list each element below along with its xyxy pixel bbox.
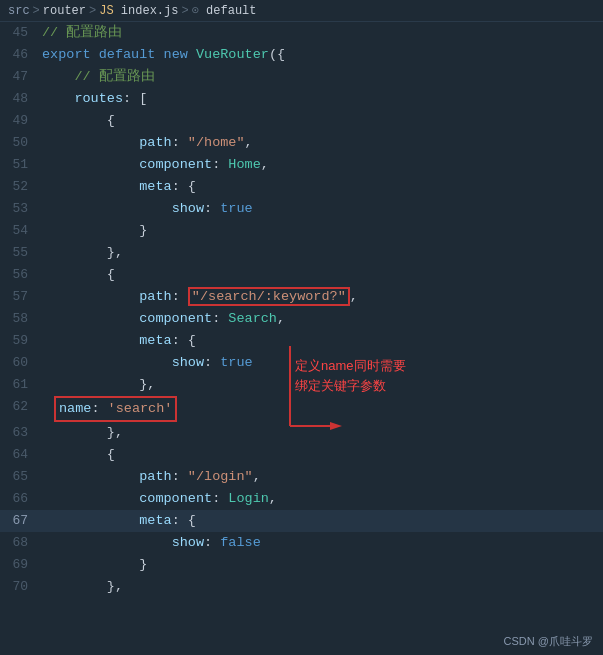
line-number: 45 <box>0 22 38 44</box>
line-content: component: Login, <box>38 488 603 510</box>
line-number: 46 <box>0 44 38 66</box>
line-content: { <box>38 444 603 466</box>
line-number: 52 <box>0 176 38 198</box>
code-line-64: 64 { <box>0 444 603 466</box>
code-line-63: 63 }, <box>0 422 603 444</box>
code-line-65: 65 path: "/login", <box>0 466 603 488</box>
code-line-48: 48 routes: [ <box>0 88 603 110</box>
code-line-52: 52 meta: { <box>0 176 603 198</box>
line-number: 53 <box>0 198 38 220</box>
line-content: { <box>38 110 603 132</box>
line-number: 48 <box>0 88 38 110</box>
line-number: 65 <box>0 466 38 488</box>
code-line-56: 56 { <box>0 264 603 286</box>
line-number: 54 <box>0 220 38 242</box>
code-line-57: 57 path: "/search/:keyword?", <box>0 286 603 308</box>
code-line-68: 68 show: false <box>0 532 603 554</box>
line-number: 63 <box>0 422 38 444</box>
line-content: }, <box>38 576 603 598</box>
code-line-70: 70 }, <box>0 576 603 598</box>
code-line-46: 46 export default new VueRouter({ <box>0 44 603 66</box>
line-number: 55 <box>0 242 38 264</box>
code-line-51: 51 component: Home, <box>0 154 603 176</box>
line-number: 58 <box>0 308 38 330</box>
line-number: 62 <box>0 396 38 422</box>
line-content: // 配置路由 <box>38 66 603 88</box>
line-content: meta: { <box>38 176 603 198</box>
line-content: path: "/login", <box>38 466 603 488</box>
line-content: show: false <box>38 532 603 554</box>
code-line-55: 55 }, <box>0 242 603 264</box>
csdn-footer: CSDN @爪哇斗罗 <box>504 634 593 649</box>
breadcrumb-sep3: > <box>181 4 188 18</box>
code-line-69: 69 } <box>0 554 603 576</box>
line-content: } <box>38 220 603 242</box>
breadcrumb-src: src <box>8 4 30 18</box>
line-number: 51 <box>0 154 38 176</box>
breadcrumb-sep2: > <box>89 4 96 18</box>
breadcrumb: src > router > JS index.js > ⊙ default <box>0 0 603 22</box>
code-line-49: 49 { <box>0 110 603 132</box>
code-line-58: 58 component: Search, <box>0 308 603 330</box>
line-number: 60 <box>0 352 38 374</box>
code-line-47: 47 // 配置路由 <box>0 66 603 88</box>
code-line-45: 45 // 配置路由 <box>0 22 603 44</box>
line-content: path: "/home", <box>38 132 603 154</box>
annotation-text: 定义name同时需要 绑定关键字参数 <box>295 356 406 395</box>
code-editor: 45 // 配置路由 46 export default new VueRout… <box>0 22 603 655</box>
line-content: } <box>38 554 603 576</box>
line-number: 59 <box>0 330 38 352</box>
code-line-66: 66 component: Login, <box>0 488 603 510</box>
code-line-50: 50 path: "/home", <box>0 132 603 154</box>
line-number: 68 <box>0 532 38 554</box>
breadcrumb-default: ⊙ default <box>192 3 257 18</box>
line-content: routes: [ <box>38 88 603 110</box>
code-line-53: 53 show: true <box>0 198 603 220</box>
line-number: 56 <box>0 264 38 286</box>
line-content: }, <box>38 422 603 444</box>
line-content: export default new VueRouter({ <box>38 44 603 66</box>
line-content: show: true <box>38 198 603 220</box>
code-line-62: 62 name: 'search' 定义name同时需要 绑定关键字参数 <box>0 396 603 422</box>
line-number: 57 <box>0 286 38 308</box>
line-content: // 配置路由 <box>38 22 603 44</box>
line-content: path: "/search/:keyword?", <box>38 286 603 308</box>
line-content: component: Home, <box>38 154 603 176</box>
line-number: 64 <box>0 444 38 466</box>
line-content: }, <box>38 242 603 264</box>
line-number: 61 <box>0 374 38 396</box>
line-number: 69 <box>0 554 38 576</box>
code-line-67: 67 meta: { <box>0 510 603 532</box>
line-number: 49 <box>0 110 38 132</box>
line-content: meta: { <box>38 510 603 532</box>
line-content: { <box>38 264 603 286</box>
code-line-54: 54 } <box>0 220 603 242</box>
line-number: 67 <box>0 510 38 532</box>
line-number: 47 <box>0 66 38 88</box>
line-number: 50 <box>0 132 38 154</box>
breadcrumb-sep1: > <box>33 4 40 18</box>
line-number: 66 <box>0 488 38 510</box>
breadcrumb-router: router <box>43 4 86 18</box>
line-content: component: Search, <box>38 308 603 330</box>
breadcrumb-js-file: JS index.js <box>99 4 178 18</box>
line-number: 70 <box>0 576 38 598</box>
